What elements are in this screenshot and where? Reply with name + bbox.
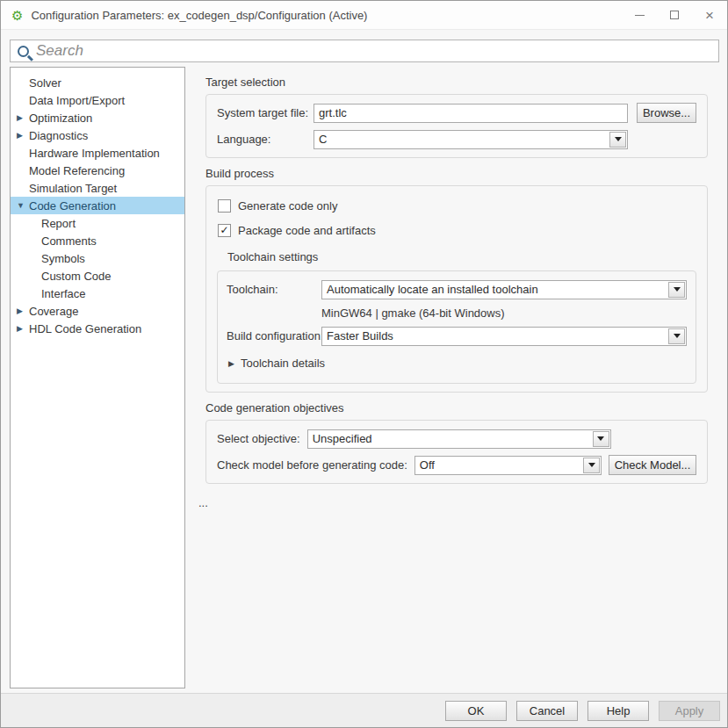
target-selection-heading: Target selection xyxy=(205,76,708,89)
sidebar-item-label: Interface xyxy=(41,287,86,300)
language-label: Language: xyxy=(217,133,305,146)
sidebar-item-label: Diagnostics xyxy=(29,129,88,142)
sidebar-item-label: Symbols xyxy=(41,252,85,265)
sidebar-item-label: Hardware Implementation xyxy=(29,147,160,160)
sidebar-item-symbols[interactable]: Symbols xyxy=(11,249,184,267)
sidebar-item-hardware-implementation[interactable]: Hardware Implementation xyxy=(11,144,184,162)
sidebar-item-label: Optimization xyxy=(29,112,92,125)
check-model-selected-value: Off xyxy=(415,458,582,472)
sidebar-item-label: Code Generation xyxy=(29,199,116,213)
minimize-button[interactable] xyxy=(622,1,657,29)
check-model-button[interactable]: Check Model... xyxy=(609,455,696,475)
sidebar-item-model-referencing[interactable]: Model Referencing xyxy=(11,162,184,179)
sidebar-item-label: Data Import/Export xyxy=(29,94,125,107)
expand-arrow-icon[interactable]: ▶ xyxy=(17,131,29,140)
toolchain-settings-heading: Toolchain settings xyxy=(227,250,696,263)
help-button[interactable]: Help xyxy=(587,701,649,721)
sidebar-item-report[interactable]: Report xyxy=(11,214,184,232)
sidebar-item-label: Simulation Target xyxy=(29,182,117,195)
search-box[interactable] xyxy=(10,40,719,62)
sidebar-item-coverage[interactable]: ▶Coverage xyxy=(11,302,184,320)
sidebar-item-simulation-target[interactable]: Simulation Target xyxy=(11,179,184,197)
expand-arrow-icon[interactable]: ▶ xyxy=(17,324,29,333)
package-code-label: Package code and artifacts xyxy=(238,224,376,237)
toolchain-selected-value: Automatically locate an installed toolch… xyxy=(322,283,667,296)
toolchain-select[interactable]: Automatically locate an installed toolch… xyxy=(321,280,687,299)
sidebar-item-label: Solver xyxy=(29,76,61,90)
toolchain-details-expander[interactable]: ▶ Toolchain details xyxy=(228,357,687,370)
build-process-group: Generate code only ✓ Package code and ar… xyxy=(205,185,708,393)
simulink-config-gear-icon: ⚙ xyxy=(11,9,23,22)
dropdown-arrow-button[interactable] xyxy=(583,458,600,473)
more-content-ellipsis: ... xyxy=(198,496,708,509)
check-model-label: Check model before generating code: xyxy=(217,458,407,472)
sidebar-item-label: Comments xyxy=(41,234,97,248)
sidebar-item-comments[interactable]: Comments xyxy=(11,232,184,249)
sidebar-item-optimization[interactable]: ▶Optimization xyxy=(11,109,184,126)
sidebar-item-label: HDL Code Generation xyxy=(29,322,141,335)
chevron-down-icon xyxy=(615,137,622,141)
browse-button[interactable]: Browse... xyxy=(637,103,696,123)
collapse-arrow-icon[interactable]: ▼ xyxy=(17,201,29,210)
chevron-down-icon xyxy=(588,463,595,467)
close-button[interactable]: × xyxy=(692,1,727,29)
sidebar-item-label: Model Referencing xyxy=(29,164,125,177)
toolchain-info-text: MinGW64 | gmake (64-bit Windows) xyxy=(321,306,505,320)
title-bar: ⚙ Configuration Parameters: ex_codegen_d… xyxy=(1,1,727,30)
apply-button[interactable]: Apply xyxy=(659,701,720,721)
toolchain-settings-group: Toolchain: Automatically locate an insta… xyxy=(217,270,696,384)
configuration-parameters-dialog: ⚙ Configuration Parameters: ex_codegen_d… xyxy=(0,0,728,728)
chevron-down-icon xyxy=(597,436,604,441)
expand-arrow-icon: ▶ xyxy=(228,359,234,368)
checkmark-icon: ✓ xyxy=(220,225,228,235)
cancel-button[interactable]: Cancel xyxy=(516,701,578,721)
sidebar-item-hdl-code-generation[interactable]: ▶HDL Code Generation xyxy=(11,320,184,337)
language-select[interactable]: C xyxy=(314,130,628,149)
generate-code-only-label: Generate code only xyxy=(238,199,337,213)
dropdown-arrow-button[interactable] xyxy=(668,328,685,344)
sidebar-item-interface[interactable]: Interface xyxy=(11,285,184,302)
package-code-checkbox[interactable]: ✓ xyxy=(218,224,231,237)
ok-button[interactable]: OK xyxy=(445,701,507,721)
expand-arrow-icon[interactable]: ▶ xyxy=(17,306,29,315)
expand-arrow-icon[interactable]: ▶ xyxy=(17,113,29,122)
dropdown-arrow-button[interactable] xyxy=(668,282,685,298)
maximize-icon xyxy=(670,11,679,19)
package-code-row: ✓ Package code and artifacts xyxy=(218,221,696,239)
sidebar-item-solver[interactable]: Solver xyxy=(11,74,184,91)
close-icon: × xyxy=(705,8,714,23)
toolchain-details-label: Toolchain details xyxy=(241,357,325,370)
check-model-select[interactable]: Off xyxy=(414,456,602,475)
generate-code-only-row: Generate code only xyxy=(218,197,696,214)
chevron-down-icon xyxy=(674,287,681,292)
build-configuration-selected-value: Faster Builds xyxy=(322,329,667,342)
dropdown-arrow-button[interactable] xyxy=(609,132,626,148)
window-controls: × xyxy=(622,1,727,29)
search-icon xyxy=(18,46,29,57)
minimize-icon xyxy=(635,15,645,16)
sidebar-item-diagnostics[interactable]: ▶Diagnostics xyxy=(11,126,184,144)
system-target-file-label: System target file: xyxy=(217,106,305,119)
settings-tree: Solver Data Import/Export ▶Optimization … xyxy=(10,67,185,688)
maximize-button[interactable] xyxy=(657,1,692,29)
select-objective-select[interactable]: Unspecified xyxy=(307,429,611,449)
sidebar-item-custom-code[interactable]: Custom Code xyxy=(11,267,184,285)
search-input[interactable] xyxy=(36,42,718,60)
language-selected-value: C xyxy=(314,133,609,146)
code-generation-objectives-group: Select objective: Unspecified Check mode… xyxy=(205,420,708,484)
toolchain-label: Toolchain: xyxy=(227,283,321,296)
dialog-button-bar: OK Cancel Help Apply xyxy=(1,693,727,727)
system-target-file-input[interactable] xyxy=(314,104,628,123)
code-generation-pane: Target selection System target file: Bro… xyxy=(196,67,708,509)
target-selection-group: System target file: Browse... Language: … xyxy=(205,94,708,158)
window-title: Configuration Parameters: ex_codegen_dsp… xyxy=(31,9,367,22)
dropdown-arrow-button[interactable] xyxy=(593,431,609,447)
sidebar-item-data-import-export[interactable]: Data Import/Export xyxy=(11,91,184,109)
sidebar-item-label: Custom Code xyxy=(41,270,111,283)
build-configuration-select[interactable]: Faster Builds xyxy=(321,327,687,346)
generate-code-only-checkbox[interactable] xyxy=(218,199,231,213)
select-objective-selected-value: Unspecified xyxy=(308,432,592,445)
select-objective-label: Select objective: xyxy=(217,432,300,445)
sidebar-item-code-generation[interactable]: ▼Code Generation xyxy=(11,197,184,214)
chevron-down-icon xyxy=(674,334,681,338)
